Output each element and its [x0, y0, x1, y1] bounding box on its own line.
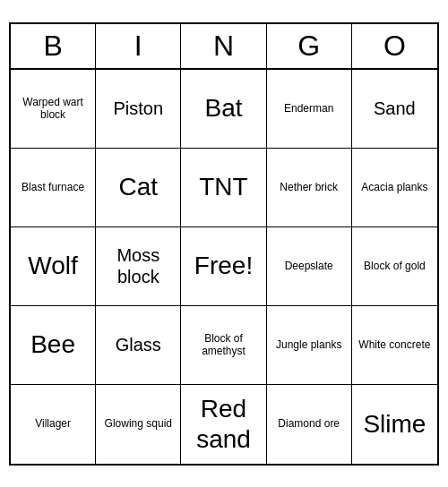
bingo-cell-8: Nether brick	[267, 149, 352, 227]
bingo-cell-19: White concrete	[352, 306, 437, 385]
bingo-cell-1: Piston	[96, 70, 181, 149]
header-letter-o: O	[352, 24, 437, 68]
bingo-cell-0: Warped wart block	[11, 70, 96, 149]
bingo-cell-21: Glowing squid	[96, 385, 181, 464]
bingo-cell-22: Red sand	[181, 385, 266, 464]
bingo-cell-18: Jungle planks	[267, 306, 352, 385]
bingo-cell-14: Block of gold	[352, 227, 437, 306]
bingo-header: BINGO	[11, 24, 437, 70]
bingo-card: BINGO Warped wart blockPistonBatEnderman…	[9, 22, 439, 466]
bingo-cell-13: Deepslate	[267, 227, 352, 306]
bingo-cell-16: Glass	[96, 306, 181, 385]
header-letter-n: N	[181, 24, 266, 68]
bingo-cell-5: Blast furnace	[11, 149, 96, 227]
bingo-cell-6: Cat	[96, 149, 181, 227]
bingo-cell-7: TNT	[181, 149, 266, 227]
bingo-cell-15: Bee	[11, 306, 96, 385]
header-letter-b: B	[11, 24, 96, 68]
bingo-cell-23: Diamond ore	[267, 385, 352, 464]
bingo-cell-10: Wolf	[11, 227, 96, 306]
bingo-cell-17: Block of amethyst	[181, 306, 266, 385]
header-letter-g: G	[267, 24, 352, 68]
bingo-cell-24: Slime	[352, 385, 437, 464]
bingo-cell-4: Sand	[352, 70, 437, 149]
bingo-cell-11: Moss block	[96, 227, 181, 306]
bingo-grid: Warped wart blockPistonBatEndermanSandBl…	[11, 70, 437, 464]
bingo-cell-3: Enderman	[267, 70, 352, 149]
header-letter-i: I	[96, 24, 181, 68]
bingo-cell-2: Bat	[181, 70, 266, 149]
bingo-cell-20: Villager	[11, 385, 96, 464]
bingo-cell-9: Acacia planks	[352, 149, 437, 227]
bingo-cell-12: Free!	[181, 227, 266, 306]
